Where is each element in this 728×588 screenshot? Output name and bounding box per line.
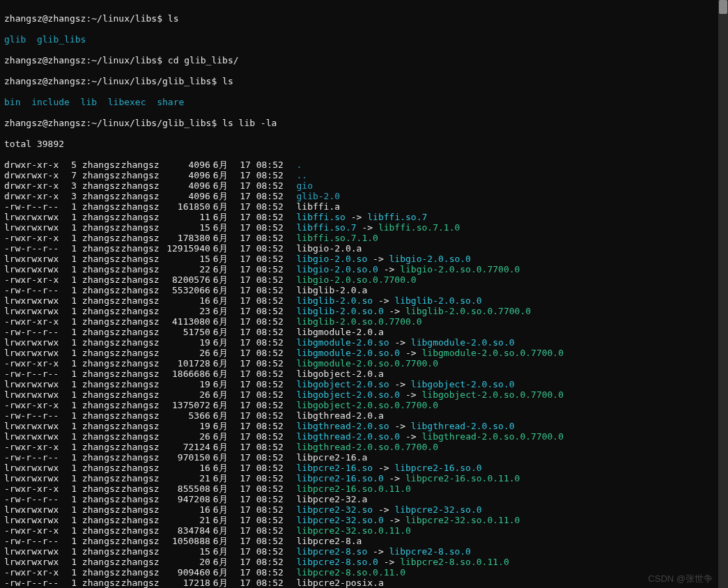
file-row: -rw-r--r--1 zhangszzhangsz18666866月17 08… <box>4 369 724 379</box>
file-row: lrwxrwxrwx1 zhangszzhangsz266月17 08:52 l… <box>4 348 724 358</box>
prompt-line: zhangsz@zhangsz:~/linux/libs$ cd glib_li… <box>4 55 724 65</box>
file-row: -rwxr-xr-x1 zhangszzhangsz82005766月17 08… <box>4 274 724 285</box>
file-row: -rwxr-xr-x1 zhangszzhangsz1783806月17 08:… <box>4 233 724 243</box>
file-row: -rw-r--r--1 zhangszzhangsz55320666月17 08… <box>4 285 724 295</box>
file-row: -rw-r--r--1 zhangszzhangsz517506月17 08:5… <box>4 327 724 337</box>
file-row: lrwxrwxrwx1 zhangszzhangsz226月17 08:52 l… <box>4 264 724 274</box>
file-row: drwxr-xr-x3 zhangszzhangsz40966月17 08:52… <box>4 191 724 201</box>
file-row: lrwxrwxrwx1 zhangszzhangsz196月17 08:52 l… <box>4 337 724 348</box>
prompt-line: zhangsz@zhangsz:~/linux/libs/glib_libs$ … <box>4 118 724 128</box>
terminal[interactable]: zhangsz@zhangsz:~/linux/libs$ ls glib gl… <box>0 0 728 588</box>
file-row: lrwxrwxrwx1 zhangszzhangsz206月17 08:52 l… <box>4 557 724 567</box>
prompt-line: zhangsz@zhangsz:~/linux/libs/glib_libs$ … <box>4 76 724 86</box>
file-row: drwxr-xr-x3 zhangszzhangsz40966月17 08:52… <box>4 180 724 191</box>
prompt-line: zhangsz@zhangsz:~/linux/libs$ ls <box>4 13 724 24</box>
total-line: total 39892 <box>4 139 724 149</box>
file-row: -rwxr-xr-x1 zhangszzhangsz8555086月17 08:… <box>4 483 724 494</box>
file-row: drwxrwxr-x7 zhangszzhangsz40966月17 08:52… <box>4 170 724 180</box>
file-row: -rw-r--r--1 zhangszzhangsz53666月17 08:52… <box>4 410 724 421</box>
file-row: lrwxrwxrwx1 zhangszzhangsz166月17 08:52 l… <box>4 463 724 473</box>
file-row: -rw-r--r--1 zhangszzhangsz1618506月17 08:… <box>4 201 724 212</box>
file-listing: drwxr-xr-x5 zhangszzhangsz40966月17 08:52… <box>4 160 724 588</box>
file-row: lrwxrwxrwx1 zhangszzhangsz166月17 08:52 l… <box>4 295 724 306</box>
ls-output: glib glib_libs <box>4 34 724 45</box>
file-row: lrwxrwxrwx1 zhangszzhangsz196月17 08:52 l… <box>4 379 724 389</box>
ls-output: bin include lib libexec share <box>4 97 724 107</box>
file-row: -rw-r--r--1 zhangszzhangsz9472086月17 08:… <box>4 494 724 504</box>
file-row: lrwxrwxrwx1 zhangszzhangsz156月17 08:52 l… <box>4 254 724 264</box>
file-row: lrwxrwxrwx1 zhangszzhangsz216月17 08:52 l… <box>4 473 724 483</box>
file-row: -rwxr-xr-x1 zhangszzhangsz8347846月17 08:… <box>4 525 724 536</box>
file-row: lrwxrwxrwx1 zhangszzhangsz216月17 08:52 l… <box>4 515 724 525</box>
file-row: lrwxrwxrwx1 zhangszzhangsz196月17 08:52 l… <box>4 421 724 431</box>
file-row: lrwxrwxrwx1 zhangszzhangsz156月17 08:52 l… <box>4 546 724 557</box>
file-row: -rw-r--r--1 zhangszzhangsz10508886月17 08… <box>4 536 724 546</box>
file-row: lrwxrwxrwx1 zhangszzhangsz156月17 08:52 l… <box>4 222 724 233</box>
scroll-thumb[interactable] <box>719 0 727 14</box>
file-row: -rwxr-xr-x1 zhangszzhangsz13750726月17 08… <box>4 400 724 410</box>
file-row: lrwxrwxrwx1 zhangszzhangsz266月17 08:52 l… <box>4 431 724 442</box>
file-row: lrwxrwxrwx1 zhangszzhangsz166月17 08:52 l… <box>4 504 724 515</box>
scrollbar[interactable] <box>718 0 728 588</box>
file-row: -rwxr-xr-x1 zhangszzhangsz721246月17 08:5… <box>4 442 724 452</box>
file-row: -rwxr-xr-x1 zhangszzhangsz9094606月17 08:… <box>4 567 724 578</box>
file-row: lrwxrwxrwx1 zhangszzhangsz236月17 08:52 l… <box>4 306 724 316</box>
file-row: -rwxr-xr-x1 zhangszzhangsz41130806月17 08… <box>4 316 724 327</box>
file-row: -rw-r--r--1 zhangszzhangsz172186月17 08:5… <box>4 578 724 588</box>
file-row: -rw-r--r--1 zhangszzhangsz9701506月17 08:… <box>4 452 724 463</box>
file-row: lrwxrwxrwx1 zhangszzhangsz266月17 08:52 l… <box>4 389 724 400</box>
watermark: CSDN @张世争 <box>648 573 713 584</box>
file-row: drwxr-xr-x5 zhangszzhangsz40966月17 08:52… <box>4 160 724 170</box>
file-row: -rwxr-xr-x1 zhangszzhangsz1017286月17 08:… <box>4 358 724 369</box>
file-row: -rw-r--r--1 zhangszzhangsz129159406月17 0… <box>4 243 724 254</box>
file-row: lrwxrwxrwx1 zhangszzhangsz116月17 08:52 l… <box>4 212 724 222</box>
